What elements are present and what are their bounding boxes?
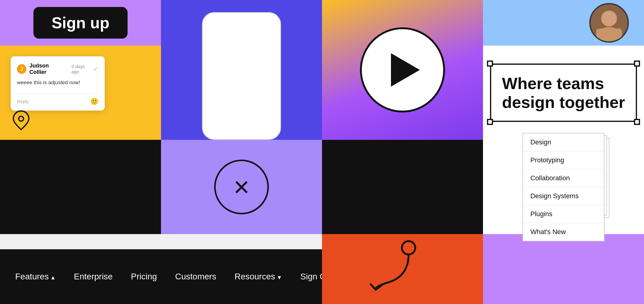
menu-item-whats-new[interactable]: What's New	[523, 223, 604, 241]
comment-username: Judson Collier	[29, 63, 66, 75]
comment-user-info: J Judson Collier 5 days ago	[17, 63, 93, 75]
comment-cell: J Judson Collier 5 days ago ✓ weeee this…	[0, 46, 161, 140]
corner-handle-br[interactable]	[634, 119, 640, 125]
location-pin	[13, 110, 29, 131]
nav-customers[interactable]: Customers	[175, 272, 216, 282]
red-cell	[322, 234, 483, 304]
menu-item-prototyping[interactable]: Prototyping	[523, 151, 604, 169]
where-teams-text: Where teams design together	[502, 74, 625, 112]
check-icon: ✓	[93, 65, 98, 73]
comment-avatar: J	[17, 64, 26, 74]
signup-button[interactable]: Sign up	[33, 7, 128, 39]
menu-stack: Design Prototyping Collaboration Design …	[522, 133, 605, 241]
svg-rect-4	[596, 29, 622, 43]
svg-point-3	[602, 11, 617, 26]
svg-point-5	[19, 116, 24, 121]
svg-point-7	[402, 241, 415, 254]
nav-bar: Features Enterprise Pricing Customers Re…	[0, 249, 322, 304]
hero-line1: Where teams	[502, 74, 604, 92]
curve-arrow-icon	[369, 237, 436, 301]
avatar-initial: J	[20, 66, 23, 72]
corner-handle-bl[interactable]	[487, 119, 493, 125]
avatar	[589, 3, 629, 43]
play-cell	[322, 0, 483, 140]
phone-cell	[161, 0, 322, 140]
phone-mockup	[202, 12, 281, 140]
avatar-image	[591, 3, 628, 43]
comment-time: 5 days ago	[71, 64, 93, 74]
emoji-icon: 🙂	[90, 98, 98, 105]
black-cell-left	[0, 140, 161, 234]
where-teams-container: Where teams design together	[490, 64, 637, 122]
nav-pricing[interactable]: Pricing	[131, 272, 157, 282]
menu-panel: Design Prototyping Collaboration Design …	[522, 133, 605, 241]
corner-handle-tl[interactable]	[487, 60, 493, 67]
menu-item-plugins[interactable]: Plugins	[523, 205, 604, 223]
nav-resources[interactable]: Resources	[235, 272, 282, 282]
play-button[interactable]	[360, 27, 445, 112]
comment-footer: Reply 🙂	[17, 94, 98, 105]
purple-cell-bottom	[483, 234, 644, 304]
comment-header: J Judson Collier 5 days ago ✓	[17, 63, 98, 75]
where-teams-cell: Where teams design together	[483, 46, 644, 140]
close-icon: ×	[234, 173, 250, 201]
menu-item-design[interactable]: Design	[523, 133, 604, 151]
corner-handle-tr[interactable]	[634, 60, 640, 67]
menu-item-design-systems[interactable]: Design Systems	[523, 187, 604, 205]
black-cell-mid	[322, 140, 483, 234]
close-button[interactable]: ×	[214, 160, 269, 214]
play-icon	[391, 53, 420, 87]
menu-list-cell: Design Prototyping Collaboration Design …	[483, 140, 644, 234]
close-cell: ×	[161, 140, 322, 234]
nav-features[interactable]: Features	[15, 272, 56, 282]
comment-text: weeee this is adjusted now!	[17, 79, 98, 86]
reply-label[interactable]: Reply	[17, 99, 29, 104]
nav-enterprise[interactable]: Enterprise	[74, 272, 113, 282]
hero-line2: design together	[502, 93, 625, 111]
avatar-cell	[483, 0, 644, 46]
where-teams-box: Where teams design together	[490, 64, 637, 122]
signup-cell: Sign up	[0, 0, 161, 46]
comment-card: J Judson Collier 5 days ago ✓ weeee this…	[11, 56, 105, 111]
menu-item-collaboration[interactable]: Collaboration	[523, 169, 604, 187]
page: Sign up J	[0, 0, 644, 304]
